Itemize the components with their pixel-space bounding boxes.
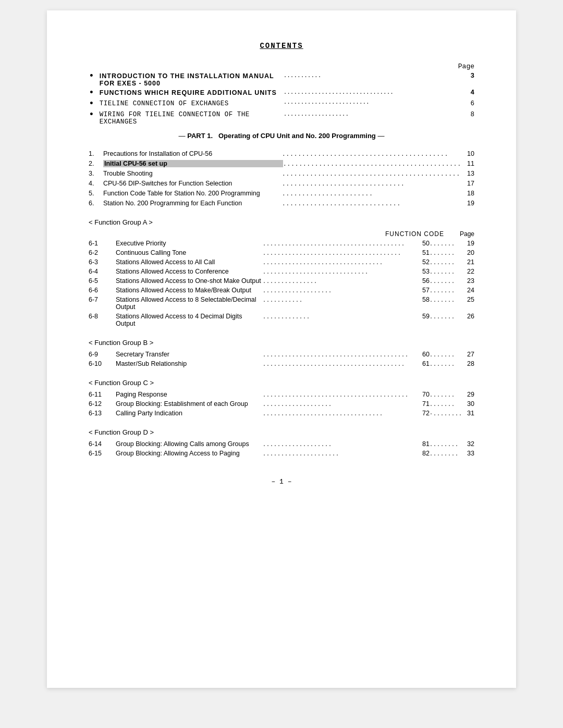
func-page: 19: [461, 240, 474, 247]
func-code: 61: [409, 360, 430, 367]
func-dots1: ...................: [263, 442, 409, 448]
function-group-header: < Function Group D >: [89, 428, 474, 436]
toc-item-dots: ........................................…: [282, 151, 461, 157]
func-dots2: .......: [430, 392, 461, 398]
func-page: 22: [461, 268, 474, 275]
func-dots1: .............................: [263, 269, 409, 275]
function-row: 6-1Executive Priority...................…: [89, 240, 474, 247]
func-dots2: ·.........: [430, 411, 461, 417]
func-dots1: .....................: [263, 451, 409, 457]
toc-dots: ...........: [284, 72, 466, 79]
toc-item-page: 13: [464, 170, 474, 177]
toc-bullet-text: TIELINE CONNECTION OF EXCHANGES: [100, 100, 282, 107]
toc-page-num: 3: [471, 72, 475, 80]
func-page: 32: [461, 440, 474, 448]
function-table: 6-14Group Blocking: Allowing Calls among…: [89, 440, 474, 457]
part-header-text: PART 1. Operating of CPU Unit and No. 20…: [187, 132, 376, 140]
function-group-header: < Function Group B >: [89, 339, 474, 347]
func-dots2: .......: [430, 402, 461, 408]
func-page: 21: [461, 258, 474, 266]
toc-bullet-text: INTRODUCTION TO THE INSTALLATION MANUAL …: [100, 72, 282, 87]
func-code: 51: [409, 249, 430, 256]
toc-numbered-item: 3.Trouble Shooting......................…: [89, 170, 474, 177]
func-desc: Group Blocking: Allowing Access to Pagin…: [116, 450, 263, 457]
toc-item-text: Trouble Shooting: [103, 170, 282, 177]
func-dots2: .......: [430, 269, 461, 275]
function-code-header: FUNCTION CODEPage: [89, 230, 474, 238]
func-desc: Master/Sub Relationship: [116, 360, 263, 367]
func-dots1: ...........: [263, 298, 409, 303]
function-group-header: < Function Group A >: [89, 218, 474, 226]
toc-numbered-item: 6.Station No. 200 Programming for Each F…: [89, 200, 474, 207]
func-num: 6-8: [89, 313, 116, 320]
func-page: 33: [461, 450, 474, 457]
func-desc: Paging Response: [116, 391, 263, 398]
func-desc: Stations Allowed Access to One-shot Make…: [116, 277, 263, 285]
toc-page-num: 8: [471, 111, 475, 118]
func-dots2: ........: [430, 442, 461, 448]
func-num: 6-10: [89, 360, 116, 367]
func-dots1: .......................................: [263, 362, 409, 367]
function-row: 6-7Stations Allowed Access to 8 Selectab…: [89, 296, 474, 311]
func-desc: Calling Party Indication: [116, 410, 263, 417]
toc-bullet-section: •INTRODUCTION TO THE INSTALLATION MANUAL…: [89, 72, 474, 126]
func-code: 52: [409, 258, 430, 266]
toc-bullet-text: FUNCTIONS WHICH REQUIRE ADDITIONAL UNITS: [100, 89, 282, 96]
bullet-icon: •: [89, 98, 94, 109]
document-page: CONTENTS Page •INTRODUCTION TO THE INSTA…: [47, 10, 516, 688]
func-desc: Secretary Transfer: [116, 351, 263, 358]
toc-item-text: Initial CPU-56 set up: [103, 160, 283, 167]
toc-item-number: 3.: [89, 170, 103, 177]
toc-item-page: 11: [464, 160, 474, 167]
func-dots2: .......: [430, 288, 461, 294]
func-dots1: ......................................: [263, 251, 409, 256]
func-page: 30: [461, 400, 474, 408]
func-code: 53: [409, 268, 430, 275]
toc-page-num: 6: [471, 100, 475, 107]
toc-dots: ...................: [284, 111, 466, 117]
toc-item-number: 5.: [89, 190, 103, 197]
func-dots1: .......................................: [263, 241, 409, 247]
function-row: 6-2Continuous Calling Tone..............…: [89, 249, 474, 256]
function-row: 6-13Calling Party Indication............…: [89, 410, 474, 417]
toc-item-dots: ........................................…: [282, 171, 461, 177]
bullet-icon: •: [89, 71, 94, 81]
toc-bullet-item: •FUNCTIONS WHICH REQUIRE ADDITIONAL UNIT…: [89, 89, 474, 98]
func-desc: Stations Allowed Access to Conference: [116, 268, 263, 275]
func-desc: Executive Priority: [116, 240, 263, 247]
function-row: 6-5Stations Allowed Access to One-shot M…: [89, 277, 474, 285]
function-row: 6-3Stations Allowed Access to All Call..…: [89, 258, 474, 266]
func-dots1: ...................: [263, 402, 409, 408]
function-group-header: < Function Group C >: [89, 379, 474, 387]
toc-dots: ·························: [284, 100, 466, 106]
toc-bullet-item: •WIRING FOR TIELINE CONNECTION OF THE EX…: [89, 111, 474, 126]
func-code: 57: [409, 287, 430, 294]
function-row: 6-4Stations Allowed Access to Conference…: [89, 268, 474, 275]
func-page: 26: [461, 313, 474, 320]
func-page: 25: [461, 296, 474, 303]
func-code: 81: [409, 440, 430, 448]
func-num: 6-3: [89, 258, 116, 266]
func-dots1: .............: [263, 314, 409, 320]
function-table: 6-1Executive Priority...................…: [89, 240, 474, 327]
toc-item-number: 2.: [89, 160, 103, 167]
func-num: 6-12: [89, 400, 116, 408]
toc-numbered-section: 1.Precautions for Installation of CPU-56…: [89, 150, 474, 207]
func-code: 50: [409, 240, 430, 247]
func-num: 6-14: [89, 440, 116, 448]
toc-numbered-item: 2.Initial CPU-56 set up.................…: [89, 160, 474, 167]
func-code: 71: [409, 400, 430, 408]
func-dots2: .......: [430, 362, 461, 367]
func-dots2: .......: [430, 314, 461, 320]
func-num: 6-5: [89, 277, 116, 285]
toc-item-number: 1.: [89, 150, 103, 157]
func-code: 72: [409, 410, 430, 417]
func-code: 56: [409, 277, 430, 285]
func-dots1: .................................: [263, 411, 409, 417]
toc-item-page: 19: [464, 200, 474, 207]
func-dots1: ...................: [263, 288, 409, 294]
func-code: 70: [409, 391, 430, 398]
func-page: 27: [461, 351, 474, 358]
func-dots1: ........................................…: [263, 352, 409, 358]
toc-item-number: 6.: [89, 200, 103, 207]
